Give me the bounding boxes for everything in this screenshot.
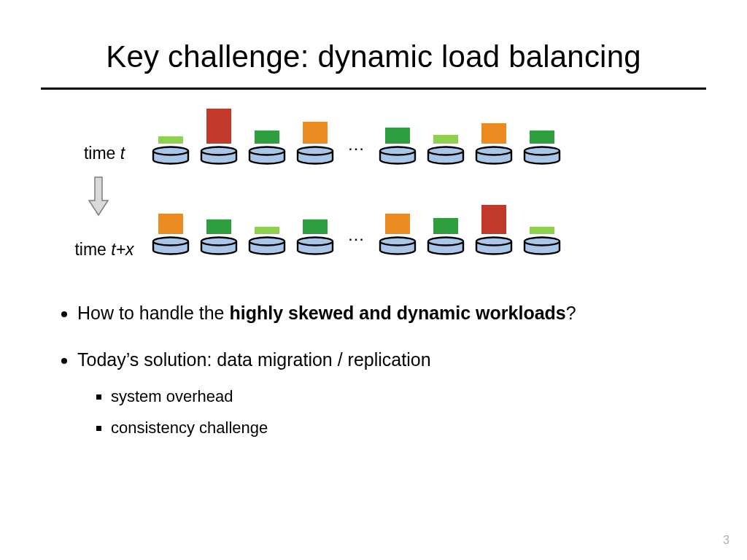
storage-unit <box>475 123 513 163</box>
storage-unit <box>152 214 190 254</box>
svg-point-34 <box>476 147 511 155</box>
svg-point-14 <box>249 147 285 155</box>
storage-unit <box>200 219 238 254</box>
load-bar <box>206 219 231 234</box>
cylinder-icon <box>379 146 417 163</box>
load-bar <box>530 227 554 234</box>
svg-point-4 <box>153 147 188 155</box>
svg-point-59 <box>298 238 333 246</box>
label-var: t+x <box>111 240 133 259</box>
svg-point-9 <box>201 147 236 155</box>
svg-point-44 <box>153 238 188 246</box>
cylinder-icon <box>523 236 561 254</box>
storage-unit <box>248 131 286 163</box>
svg-point-64 <box>380 238 415 246</box>
body-text: How to handle the highly skewed and dyna… <box>57 301 690 439</box>
svg-point-39 <box>525 147 560 155</box>
cylinder-icon <box>152 146 190 163</box>
load-bar <box>303 122 328 144</box>
bullet-2: Today’s solution: data migration / repli… <box>77 348 690 439</box>
label-time-tx: time t+x <box>64 240 144 260</box>
storage-unit <box>200 109 238 163</box>
load-bar <box>385 128 410 144</box>
storage-unit <box>523 227 561 254</box>
cylinder-icon <box>475 146 513 163</box>
svg-point-24 <box>380 147 415 155</box>
load-bar <box>530 131 554 144</box>
diagram: time t … <box>0 109 747 276</box>
text: ? <box>566 303 576 323</box>
load-bar <box>255 131 279 144</box>
storage-unit <box>427 218 465 254</box>
svg-point-54 <box>249 238 285 246</box>
load-bar <box>481 123 506 144</box>
load-bar <box>433 135 458 144</box>
storage-unit <box>523 131 561 163</box>
row-time-tx: time t+x … <box>0 205 747 271</box>
load-bar <box>255 227 279 234</box>
storage-unit <box>427 135 465 163</box>
divider <box>41 88 706 90</box>
subbullet-1: system overhead <box>111 386 690 408</box>
storage-unit <box>152 136 190 163</box>
load-bar <box>433 218 458 234</box>
cylinder-icon <box>523 146 561 163</box>
label-var: t <box>120 144 125 163</box>
load-bar <box>385 214 410 234</box>
label-text: time <box>74 240 111 259</box>
cylinder-icon <box>248 236 286 254</box>
load-bar <box>158 136 183 144</box>
storage-unit <box>379 128 417 163</box>
cylinder-icon <box>296 146 334 163</box>
cylinder-icon <box>475 236 513 254</box>
cylinder-icon <box>152 236 190 254</box>
svg-point-74 <box>476 238 511 246</box>
cylinder-icon <box>296 236 334 254</box>
bullet-1: How to handle the highly skewed and dyna… <box>77 301 690 326</box>
cylinder-icon <box>427 236 465 254</box>
cylinder-icon <box>200 236 238 254</box>
slide-title: Key challenge: dynamic load balancing <box>0 0 747 74</box>
storage-unit <box>475 205 513 254</box>
subbullet-2: consistency challenge <box>111 417 690 439</box>
ellipsis: … <box>344 225 368 254</box>
storage-unit <box>248 227 286 254</box>
cylinder-row-1: … <box>152 109 561 163</box>
load-bar <box>481 205 506 234</box>
text: Today’s solution: data migration / repli… <box>77 349 431 370</box>
page-number: 3 <box>723 534 729 547</box>
cylinder-icon <box>200 146 238 163</box>
load-bar <box>206 109 231 144</box>
svg-point-79 <box>525 238 560 246</box>
cylinder-icon <box>379 236 417 254</box>
storage-unit <box>296 219 334 254</box>
cylinder-icon <box>248 146 286 163</box>
svg-point-69 <box>428 238 463 246</box>
text-bold: highly skewed and dynamic workloads <box>229 303 565 323</box>
load-bar <box>303 219 328 234</box>
row-time-t: time t … <box>0 109 747 174</box>
cylinder-row-2: … <box>152 205 561 254</box>
load-bar <box>158 214 183 234</box>
cylinder-icon <box>427 146 465 163</box>
text: How to handle the <box>77 303 229 323</box>
svg-point-29 <box>428 147 463 155</box>
storage-unit <box>379 214 417 254</box>
ellipsis: … <box>344 134 368 163</box>
svg-point-49 <box>201 238 236 246</box>
svg-point-19 <box>298 147 333 155</box>
label-time-t: time t <box>64 144 144 163</box>
storage-unit <box>296 122 334 163</box>
label-text: time <box>84 144 120 163</box>
